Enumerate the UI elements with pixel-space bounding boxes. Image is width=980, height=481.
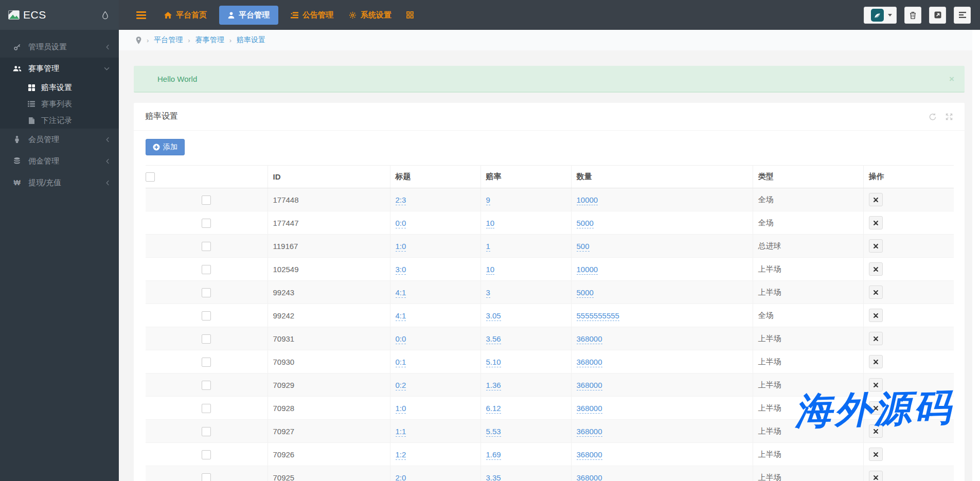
title-editable-link[interactable]: 0:2 (396, 381, 406, 390)
odds-editable-link[interactable]: 6.12 (486, 404, 501, 414)
delete-button[interactable] (869, 471, 883, 481)
sidebar-item-match-management[interactable]: 赛事管理 (0, 58, 119, 79)
delete-button[interactable] (869, 193, 883, 206)
page-scrollbar[interactable] (972, 30, 980, 481)
trash-button[interactable] (904, 7, 921, 24)
odds-editable-link[interactable]: 3.05 (486, 311, 501, 321)
expand-icon[interactable] (945, 113, 953, 121)
breadcrumb-link-odds-settings[interactable]: 赔率设置 (237, 35, 265, 45)
quantity-editable-link[interactable]: 368000 (577, 427, 602, 437)
quantity-editable-link[interactable]: 368000 (577, 404, 602, 414)
select-all-checkbox[interactable] (146, 172, 155, 182)
row-checkbox[interactable] (202, 265, 211, 274)
delete-button[interactable] (869, 424, 883, 438)
cell-id: 70926 (268, 443, 390, 466)
row-checkbox[interactable] (202, 311, 211, 320)
odds-editable-link[interactable]: 5.53 (486, 427, 501, 437)
quantity-editable-link[interactable]: 500 (577, 242, 590, 252)
external-link-button[interactable] (929, 7, 946, 24)
delete-button[interactable] (869, 309, 883, 322)
sidebar-item-member-management[interactable]: 会员管理 (0, 129, 119, 150)
row-checkbox[interactable] (202, 427, 211, 436)
title-editable-link[interactable]: 2:0 (396, 473, 406, 481)
tab-system-settings[interactable]: 系统设置 (341, 0, 399, 30)
delete-button[interactable] (869, 378, 883, 391)
row-checkbox[interactable] (202, 242, 211, 251)
x-icon (874, 336, 878, 341)
quantity-editable-link[interactable]: 5000 (577, 219, 594, 228)
breadcrumb-link-platform-management[interactable]: 平台管理 (154, 35, 183, 45)
title-editable-link[interactable]: 1:0 (396, 404, 406, 414)
add-button[interactable]: 添加 (146, 139, 185, 155)
sidebar-item-commission-management[interactable]: 佣金管理 (0, 150, 119, 172)
row-checkbox[interactable] (202, 381, 211, 390)
tab-platform-home[interactable]: 平台首页 (156, 0, 215, 30)
quantity-editable-link[interactable]: 368000 (577, 358, 602, 367)
odds-editable-link[interactable]: 1 (486, 242, 490, 252)
sidebar-subitem-match-list[interactable]: 赛事列表 (0, 96, 119, 112)
row-checkbox[interactable] (202, 450, 211, 459)
alert-close-icon[interactable]: × (949, 75, 954, 83)
row-checkbox[interactable] (202, 473, 211, 481)
title-editable-link[interactable]: 1:1 (396, 427, 406, 437)
odds-editable-link[interactable]: 1.36 (486, 381, 501, 390)
grid-icon (27, 84, 35, 91)
breadcrumb-link-match-management[interactable]: 赛事管理 (195, 35, 224, 45)
grid-apps-icon[interactable] (399, 11, 421, 19)
title-editable-link[interactable]: 4:1 (396, 311, 406, 321)
menu-list-button[interactable] (954, 7, 971, 24)
odds-editable-link[interactable]: 1.69 (486, 450, 501, 460)
delete-button[interactable] (869, 216, 883, 229)
row-checkbox[interactable] (202, 334, 211, 344)
hamburger-menu-icon[interactable] (136, 10, 146, 21)
delete-button[interactable] (869, 355, 883, 368)
cell-id: 177448 (268, 188, 390, 211)
odds-editable-link[interactable]: 10 (486, 219, 495, 228)
x-icon (874, 452, 878, 457)
cell-id: 119167 (268, 235, 390, 258)
delete-button[interactable] (869, 239, 883, 253)
title-editable-link[interactable]: 1:0 (396, 242, 406, 252)
tab-platform-management[interactable]: 平台管理 (219, 6, 278, 25)
odds-editable-link[interactable]: 10 (486, 265, 495, 275)
odds-editable-link[interactable]: 3 (486, 288, 490, 298)
title-editable-link[interactable]: 0:0 (396, 219, 406, 228)
quantity-editable-link[interactable]: 368000 (577, 473, 602, 481)
delete-button[interactable] (869, 332, 883, 345)
odds-editable-link[interactable]: 3.56 (486, 334, 501, 344)
title-editable-link[interactable]: 0:1 (396, 358, 406, 367)
delete-button[interactable] (869, 286, 883, 299)
row-checkbox[interactable] (202, 288, 211, 297)
tab-announcement-management[interactable]: 公告管理 (283, 0, 341, 30)
delete-button[interactable] (869, 262, 883, 276)
sidebar-subitem-odds-settings[interactable]: 赔率设置 (0, 79, 119, 96)
row-checkbox[interactable] (202, 219, 211, 228)
odds-editable-link[interactable]: 9 (486, 195, 490, 205)
sidebar-item-admin-settings[interactable]: 管理员设置 (0, 36, 119, 58)
quantity-editable-link[interactable]: 5555555555 (577, 311, 619, 321)
quantity-editable-link[interactable]: 10000 (577, 195, 598, 205)
title-editable-link[interactable]: 4:1 (396, 288, 406, 298)
quantity-editable-link[interactable]: 368000 (577, 381, 602, 390)
refresh-icon[interactable] (929, 113, 937, 121)
row-checkbox[interactable] (202, 195, 211, 205)
quantity-editable-link[interactable]: 5000 (577, 288, 594, 298)
delete-button[interactable] (869, 448, 883, 461)
row-checkbox[interactable] (202, 358, 211, 367)
quantity-editable-link[interactable]: 10000 (577, 265, 598, 275)
quantity-editable-link[interactable]: 368000 (577, 450, 602, 460)
quantity-editable-link[interactable]: 368000 (577, 334, 602, 344)
odds-editable-link[interactable]: 3.35 (486, 473, 501, 481)
delete-button[interactable] (869, 401, 883, 415)
logo-image-icon (8, 10, 20, 20)
title-editable-link[interactable]: 2:3 (396, 195, 406, 205)
title-editable-link[interactable]: 3:0 (396, 265, 406, 275)
title-editable-link[interactable]: 1:2 (396, 450, 406, 460)
sidebar-item-withdraw-deposit[interactable]: ₩ 提现/充值 (0, 172, 119, 193)
row-checkbox[interactable] (202, 404, 211, 413)
odds-editable-link[interactable]: 5.10 (486, 358, 501, 367)
water-drop-icon[interactable] (102, 11, 109, 20)
title-editable-link[interactable]: 0:0 (396, 334, 406, 344)
sidebar-subitem-bet-records[interactable]: 下注记录 (0, 112, 119, 129)
browser-profile-dropdown-button[interactable] (864, 7, 897, 24)
